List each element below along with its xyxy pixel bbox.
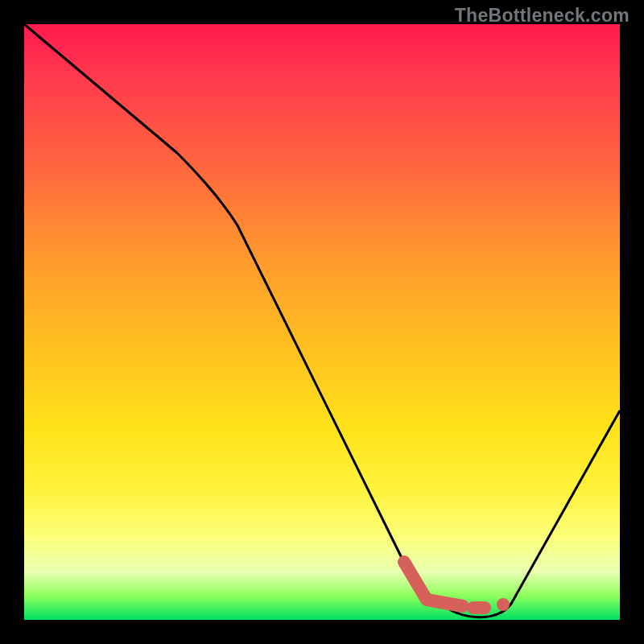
plot-area (24, 24, 620, 620)
marker-dot (497, 598, 510, 611)
watermark-text: TheBottleneck.com (455, 5, 630, 27)
marker-segment (404, 562, 463, 606)
chart-stage: TheBottleneck.com (0, 0, 644, 644)
chart-svg (24, 24, 620, 620)
bottleneck-curve (24, 24, 620, 617)
